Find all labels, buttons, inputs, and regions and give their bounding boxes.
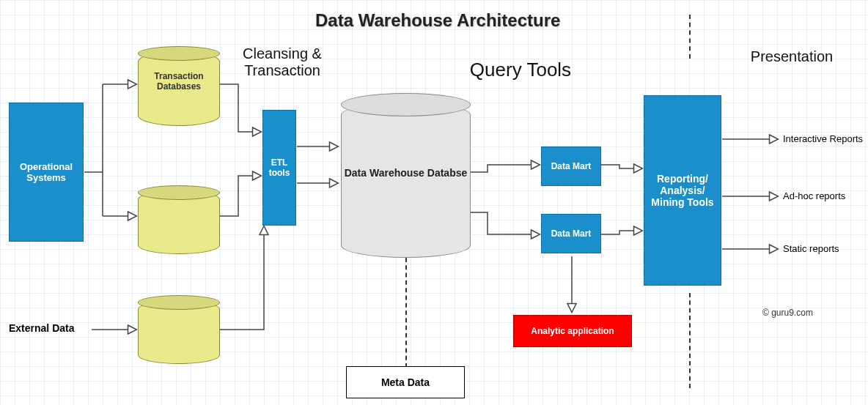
node-unnamed-db-1	[138, 190, 220, 254]
heading-presentation: Presentation	[733, 48, 850, 65]
node-analytic-application: Analytic application	[513, 315, 632, 347]
node-transaction-db-label: Transaction Databases	[139, 71, 219, 92]
heading-cleansing: Cleansing & Transaction	[224, 45, 341, 79]
connector-dw-to-metadata	[405, 258, 407, 368]
divider-presentation-bottom	[689, 293, 691, 388]
node-dw-database-label: Data Warehouse Databse	[342, 167, 470, 179]
divider-presentation-top	[689, 15, 691, 59]
node-data-mart-1: Data Mart	[541, 146, 601, 186]
node-transaction-db: Transaction Databases	[138, 51, 220, 126]
node-data-mart-2: Data Mart	[541, 214, 601, 253]
heading-query-tools: Query Tools	[469, 59, 572, 81]
node-reporting-tools: Reporting/ Analysis/ Mining Tools	[644, 95, 721, 286]
diagram-title: Data Warehouse Architecture	[315, 10, 560, 31]
label-external-data: External Data	[9, 322, 74, 334]
node-meta-data: Meta Data	[346, 366, 465, 398]
node-dw-database: Data Warehouse Databse	[341, 103, 471, 258]
credit-label: © guru9.com	[762, 308, 813, 318]
node-operational-systems: Operational Systems	[9, 103, 84, 242]
node-etl-tools: ETL tools	[262, 110, 296, 226]
output-adhoc-reports: Ad-hoc reports	[783, 190, 845, 201]
output-interactive-reports: Interactive Reports	[783, 133, 863, 144]
node-unnamed-db-2	[138, 300, 220, 364]
output-static-reports: Static reports	[783, 243, 839, 254]
